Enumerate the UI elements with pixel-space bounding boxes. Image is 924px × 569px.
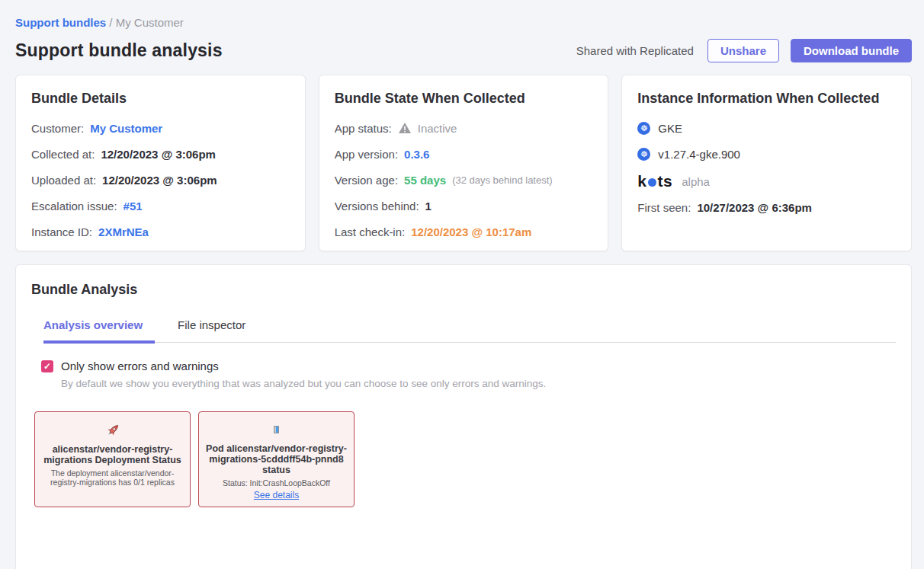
distribution-row: ☸ GKE <box>637 120 896 136</box>
result-title: Pod alicenstar/vendor-registry-migration… <box>205 443 348 475</box>
k8s-version-row: ☸ v1.27.4-gke.900 <box>637 146 896 161</box>
escalation-issue-row: Escalation issue: #51 <box>31 198 290 213</box>
versions-behind-label: Versions behind: <box>335 200 419 213</box>
escalation-issue-link[interactable]: #51 <box>124 200 143 213</box>
first-seen-label: First seen: <box>637 201 691 214</box>
page-header: Support bundle analysis Shared with Repl… <box>15 39 912 62</box>
bundle-state-title: Bundle State When Collected <box>335 91 593 107</box>
warning-icon <box>398 122 412 134</box>
app-status-label: App status: <box>335 122 392 135</box>
version-age-value: 55 days <box>404 174 446 187</box>
kots-row: kts alpha <box>637 172 896 190</box>
result-card-deployment-status[interactable]: alicenstar/vendor-registry-migrations De… <box>34 411 191 507</box>
result-icon-wrap <box>274 421 279 439</box>
customer-link[interactable]: My Customer <box>90 122 162 135</box>
kubernetes-icon: ☸ <box>637 122 650 135</box>
app-version-row: App version: 0.3.6 <box>335 146 593 161</box>
tab-analysis-overview[interactable]: Analysis overview <box>43 318 155 344</box>
app-status-row: App status: Inactive <box>335 120 593 136</box>
rocket-icon <box>101 418 124 442</box>
collected-at-label: Collected at: <box>31 148 95 161</box>
breadcrumb-current: My Customer <box>116 16 184 29</box>
result-message: The deployment alicenstar/vendor-registr… <box>44 469 181 487</box>
breadcrumb-support-bundles-link[interactable]: Support bundles <box>15 16 106 29</box>
kots-logo: kts <box>637 172 672 190</box>
customer-row: Customer: My Customer <box>31 120 290 136</box>
analysis-results: alicenstar/vendor-registry-migrations De… <box>34 411 896 507</box>
instance-id-label: Instance ID: <box>31 225 92 238</box>
kubernetes-icon: ☸ <box>637 148 650 161</box>
result-title: alicenstar/vendor-registry-migrations De… <box>41 444 184 465</box>
version-age-row: Version age: 55 days (32 days behind lat… <box>335 172 593 187</box>
bundle-analysis-card: Bundle Analysis Analysis overview File i… <box>15 264 912 569</box>
result-message: Status: Init:CrashLoopBackOff <box>223 479 330 488</box>
result-icon-wrap <box>104 421 121 440</box>
bundle-details-title: Bundle Details <box>31 91 290 107</box>
collected-at-value: 12/20/2023 @ 3:06pm <box>101 148 216 161</box>
first-seen-row: First seen: 10/27/2023 @ 6:36pm <box>637 200 896 215</box>
kots-logo-o-icon <box>648 178 656 187</box>
version-age-label: Version age: <box>335 174 398 187</box>
collected-at-row: Collected at: 12/20/2023 @ 3:06pm <box>31 146 290 161</box>
first-seen-value: 10/27/2023 @ 6:36pm <box>697 201 812 214</box>
only-errors-checkbox[interactable]: ✓ <box>41 360 53 372</box>
result-card-pod-status[interactable]: Pod alicenstar/vendor-registry-migration… <box>198 411 355 507</box>
bundle-state-card: Bundle State When Collected App status: … <box>319 75 609 251</box>
escalation-issue-label: Escalation issue: <box>31 200 117 213</box>
app-status-value: Inactive <box>418 122 457 135</box>
unshare-button[interactable]: Unshare <box>707 39 779 62</box>
last-checkin-label: Last check-in: <box>335 225 406 238</box>
last-checkin-value: 12/20/2023 @ 10:17am <box>411 225 531 238</box>
see-details-link[interactable]: See details <box>254 490 299 500</box>
instance-id-row: Instance ID: 2XMrNEa <box>31 224 290 239</box>
customer-label: Customer: <box>31 122 84 135</box>
bundle-analysis-title: Bundle Analysis <box>31 282 896 298</box>
uploaded-at-row: Uploaded at: 12/20/2023 @ 3:06pm <box>31 172 290 187</box>
instance-id-link[interactable]: 2XMrNEa <box>98 225 149 238</box>
download-bundle-button[interactable]: Download bundle <box>791 39 912 62</box>
filter-row: ✓ Only show errors and warnings <box>41 360 896 372</box>
breadcrumb: Support bundles / My Customer <box>15 15 912 30</box>
instance-info-card: Instance Information When Collected ☸ GK… <box>621 75 912 251</box>
bundle-details-card: Bundle Details Customer: My Customer Col… <box>15 75 306 251</box>
last-checkin-row: Last check-in: 12/20/2023 @ 10:17am <box>335 224 593 239</box>
instance-info-title: Instance Information When Collected <box>637 91 896 107</box>
uploaded-at-value: 12/20/2023 @ 3:06pm <box>102 174 217 187</box>
app-version-link[interactable]: 0.3.6 <box>404 148 429 161</box>
only-errors-label: Only show errors and warnings <box>61 360 219 372</box>
shared-with-replicated-note: Shared with Replicated <box>576 44 694 57</box>
header-actions: Shared with Replicated Unshare Download … <box>576 39 912 62</box>
uploaded-at-label: Uploaded at: <box>31 174 96 187</box>
versions-behind-row: Versions behind: 1 <box>335 198 593 213</box>
breadcrumb-separator: / <box>109 16 115 29</box>
summary-cards-row: Bundle Details Customer: My Customer Col… <box>15 75 912 251</box>
filter-description: By default we show you everything that w… <box>61 378 896 389</box>
version-age-note: (32 days behind latest) <box>452 174 553 186</box>
app-version-label: App version: <box>335 148 398 161</box>
versions-behind-value: 1 <box>425 200 432 213</box>
support-bundle-page: Support bundles / My Customer Support bu… <box>0 0 924 569</box>
tab-file-inspector[interactable]: File inspector <box>178 318 258 342</box>
kots-channel: alpha <box>682 175 710 188</box>
page-title: Support bundle analysis <box>15 39 223 62</box>
distribution-value: GKE <box>658 122 682 135</box>
broken-image-icon <box>274 426 279 433</box>
k8s-version-value: v1.27.4-gke.900 <box>658 148 740 161</box>
analysis-tabs: Analysis overview File inspector <box>43 318 896 343</box>
